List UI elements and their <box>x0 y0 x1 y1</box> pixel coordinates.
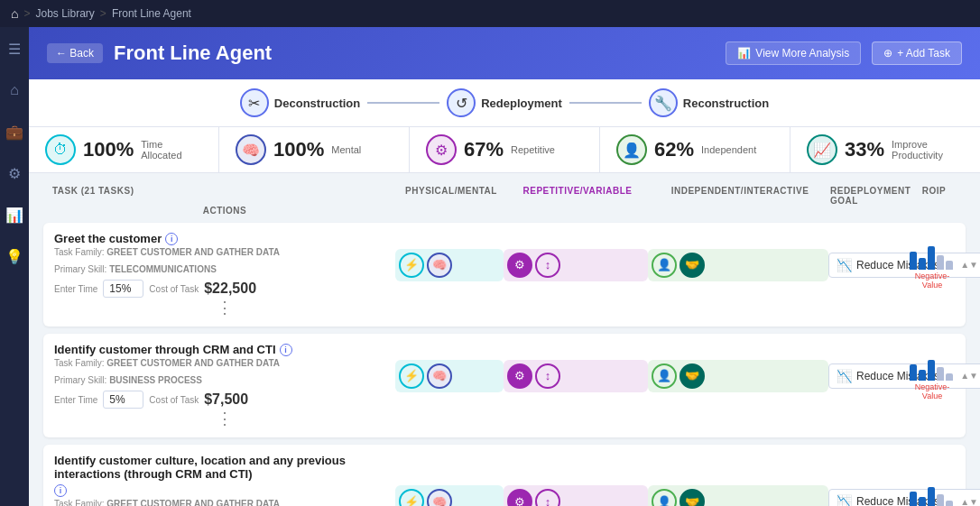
ind-col-3: 👤 🤝 <box>648 485 828 506</box>
family-label-2: Task Family: GREET CUSTOMER AND GATHER D… <box>54 358 280 368</box>
task-info-2: Identify customer through CRM and CTI i … <box>54 343 395 409</box>
add-task-button[interactable]: ⊕ + Add Task <box>872 41 962 65</box>
task-title-2: Identify customer through CRM and CTI i <box>54 343 395 356</box>
mental-icon-3: 🧠 <box>427 489 452 506</box>
info-icon-3[interactable]: i <box>54 484 67 497</box>
page-title: Front Line Agent <box>114 41 272 65</box>
stat-repetitive: ⚙ 67% Repetitive <box>410 127 600 172</box>
sidebar-home-icon[interactable]: ⌂ <box>2 78 27 103</box>
goal-icon-2: 📉 <box>837 369 852 383</box>
goal-icon-3: 📉 <box>837 494 852 506</box>
repetitive-label: Repetitive <box>511 144 555 155</box>
roip-bar-3a <box>910 492 917 506</box>
phase-line-2 <box>569 102 642 104</box>
var-icon-1: ↕ <box>535 253 560 278</box>
rep-col-1: ⚙ ↕ <box>504 249 648 281</box>
int-icon-3: 🤝 <box>680 489 705 506</box>
roip-label-2: Negative-Value <box>910 382 955 400</box>
deconstruction-icon: ✂ <box>240 88 269 117</box>
task-title-3: Identify customer culture, location and … <box>54 454 395 497</box>
goal-select-1[interactable]: 📉 Reduce Mistakes ▲▼ <box>828 253 980 278</box>
repetitive-pct: 67% <box>464 138 504 161</box>
view-more-button[interactable]: 📊 View More Analysis <box>726 41 861 65</box>
breadcrumb-sep-2: > <box>100 7 106 20</box>
roip-bar-2e <box>946 373 953 381</box>
stat-productivity: 📈 33% Improve Productivity <box>790 127 980 172</box>
add-task-label: + Add Task <box>897 47 950 60</box>
sidebar-menu-icon[interactable]: ☰ <box>2 36 27 61</box>
family-label-1: Task Family: GREET CUSTOMER AND GATHER D… <box>54 247 280 257</box>
enter-time-label-1: Enter Time <box>54 284 97 294</box>
goal-select-3[interactable]: 📉 Reduce Mistakes ▲▼ <box>828 489 980 506</box>
col-rep: REPETITIVE/VARIABLE <box>505 186 650 206</box>
independent-pct: 62% <box>654 138 694 161</box>
back-button[interactable]: ← Back <box>47 43 103 63</box>
roip-label-1: Negative-Value <box>910 271 955 290</box>
column-headers: TASK (21 TASKS) PHYSICAL/MENTAL REPETITI… <box>43 182 966 219</box>
roip-bar-1c <box>928 246 935 270</box>
roip-cell-1: Negative-Value <box>910 241 955 290</box>
task-family-3: Task Family: GREET CUSTOMER AND GATHER D… <box>54 499 395 506</box>
roip-bar-2d <box>937 367 944 380</box>
actions-cell-1: ⋮ <box>54 298 395 317</box>
reconstruction-label: Reconstruction <box>683 97 769 110</box>
mental-icon: 🧠 <box>236 134 266 165</box>
physical-icon-1: ⚡ <box>399 253 424 278</box>
skill-label-1: Primary Skill: TELECOMMUNICATIONS <box>54 264 217 274</box>
task-info-3: Identify customer culture, location and … <box>54 454 395 506</box>
goal-arrow-2: ▲▼ <box>960 371 978 381</box>
physical-icon-3: ⚡ <box>399 489 424 506</box>
sidebar-briefcase-icon[interactable]: 💼 <box>2 119 27 144</box>
redeployment-icon: ↺ <box>447 88 476 117</box>
breadcrumb-jobs[interactable]: Jobs Library <box>35 7 94 20</box>
page-header: ← Back Front Line Agent 📊 View More Anal… <box>29 27 980 79</box>
phase-bar: ✂ Deconstruction ↺ Redeployment 🔧 Recons… <box>29 79 980 127</box>
cost-value-1: $22,500 <box>204 281 256 297</box>
rep-col-3: ⚙ ↕ <box>504 485 648 506</box>
view-more-label: View More Analysis <box>755 47 849 60</box>
more-button-1[interactable]: ⋮ <box>217 298 233 317</box>
goal-select-2[interactable]: 📉 Reduce Mistakes ▲▼ <box>828 363 980 389</box>
cost-value-2: $7,500 <box>204 391 248 408</box>
more-button-2[interactable]: ⋮ <box>217 409 233 428</box>
col-task: TASK (21 TASKS) <box>52 186 397 206</box>
roip-bar-3d <box>937 494 944 506</box>
sidebar-tools-icon[interactable]: ⚙ <box>2 161 27 186</box>
rep-icon-1: ⚙ <box>507 253 532 278</box>
stats-bar: ⏱ 100% Time Allocated 🧠 100% Mental ⚙ 67… <box>29 127 980 173</box>
repetitive-icon: ⚙ <box>426 134 457 165</box>
productivity-pct: 33% <box>845 138 884 161</box>
main-content: ← Back Front Line Agent 📊 View More Anal… <box>29 27 980 506</box>
info-icon-1[interactable]: i <box>165 233 178 245</box>
phase-reconstruction[interactable]: 🔧 Reconstruction <box>649 88 769 117</box>
home-icon[interactable]: ⌂ <box>11 6 18 21</box>
col-goal: REDEPLOYMENT GOAL <box>830 186 911 206</box>
phase-redeployment[interactable]: ↺ Redeployment <box>447 88 562 117</box>
time-input-1[interactable] <box>103 280 143 298</box>
time-input-2[interactable] <box>103 391 143 409</box>
ind-icon-1: 👤 <box>652 253 677 278</box>
roip-bar-1e <box>946 261 953 270</box>
time-label: Time Allocated <box>141 139 202 161</box>
actions-cell-2: ⋮ <box>54 409 395 428</box>
var-icon-3: ↕ <box>535 489 560 506</box>
deconstruction-label: Deconstruction <box>274 97 360 110</box>
info-icon-2[interactable]: i <box>280 344 292 356</box>
time-pct: 100% <box>83 138 134 161</box>
phase-deconstruction[interactable]: ✂ Deconstruction <box>240 88 360 117</box>
mental-label: Mental <box>331 144 361 155</box>
header-left: ← Back Front Line Agent <box>47 41 272 65</box>
sidebar-bulb-icon[interactable]: 💡 <box>2 244 27 269</box>
roip-chart-1 <box>910 241 955 270</box>
skill-label-2: Primary Skill: BUSINESS PROCESS <box>54 375 202 385</box>
enter-time-label-2: Enter Time <box>54 395 97 405</box>
roip-bar-3b <box>919 497 926 506</box>
roip-bar-3e <box>946 501 953 506</box>
rep-icon-2: ⚙ <box>507 363 532 389</box>
sidebar-chart-icon[interactable]: 📊 <box>2 202 27 227</box>
rep-icon-3: ⚙ <box>507 489 532 506</box>
goal-arrow-3: ▲▼ <box>960 497 978 507</box>
rep-col-2: ⚙ ↕ <box>504 360 648 392</box>
roip-bar-2b <box>919 370 926 380</box>
roip-cell-3: Negative-Value <box>910 477 955 506</box>
